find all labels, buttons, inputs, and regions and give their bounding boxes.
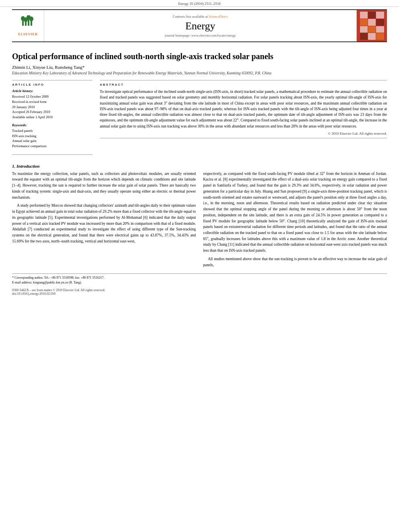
footer-doi: doi:10.1016/j.energy.2010.02.050 (12, 292, 387, 296)
introduction-section: 1. Introduction To maximize the energy c… (12, 164, 387, 271)
received-revised-date: 20 January 2010 (12, 105, 93, 110)
copyright-line: © 2010 Elsevier Ltd. All rights reserved… (100, 131, 387, 136)
keyword-4: Performance comparison (12, 144, 93, 149)
journal-center: Contents lists available at ScienceDirec… (44, 10, 357, 41)
intro-title: 1. Introduction (12, 164, 387, 168)
article-info-column: ARTICLE INFO Article history: Received 1… (12, 80, 93, 158)
contents-line: Contents lists available at ScienceDirec… (173, 14, 228, 18)
elsevier-label: ELSEVIER (18, 33, 37, 36)
footer-area: 0360-5442/$ – see front matter © 2010 El… (12, 288, 387, 296)
intro-right-p2: All studies mentioned above show that th… (203, 256, 387, 268)
accepted-date: Accepted 26 February 2010 (12, 109, 93, 115)
article-info-label: ARTICLE INFO (12, 83, 93, 86)
available-date: Available online 1 April 2010 (12, 115, 93, 120)
article-authors: Zhimin Li, Xinyue Liu, Runsheng Tang* (12, 65, 387, 70)
journal-ref-bar: Energy 35 (2010) 2511–2516 (0, 0, 399, 7)
journal-homepage: journal homepage: www.elsevier.com/locat… (165, 33, 236, 37)
journal-reference: Energy 35 (2010) 2511–2516 (178, 2, 221, 6)
journal-cover-image (357, 10, 387, 41)
svg-point-7 (29, 16, 33, 21)
footer-issn: 0360-5442/$ – see front matter © 2010 El… (12, 288, 387, 292)
received-revised-label: Received in revised form (12, 99, 93, 105)
article-title: Optical performance of inclined south-no… (12, 51, 387, 62)
intro-right-p1: respectively, as compared with the fixed… (203, 171, 387, 254)
intro-body: To maximize the energy collection, solar… (12, 171, 387, 271)
keywords-label: Keywords: (12, 123, 93, 127)
keyword-3: Annual solar gain (12, 138, 93, 144)
abstract-text: To investigate optical performance of th… (100, 89, 387, 129)
article-history-group: Article history: Received 12 October 200… (12, 89, 93, 120)
article-affiliation: Education Ministry Key Laboratory of Adv… (12, 71, 387, 75)
keywords-group: Keywords: Tracked panels ISN-axis tracki… (12, 123, 93, 149)
elsevier-logo: ELSEVIER (12, 10, 44, 41)
history-label: Article history: (12, 89, 93, 93)
keyword-1: Tracked panels (12, 128, 93, 134)
abstract-column: ABSTRACT To investigate optical performa… (100, 80, 387, 158)
intro-left-p1: To maximize the energy collection, solar… (12, 171, 196, 201)
sciencedirect-link[interactable]: ScienceDirect (209, 14, 228, 18)
keyword-2: ISN-axis tracking (12, 134, 93, 139)
page: Energy 35 (2010) 2511–2516 ELSEVIER (0, 0, 399, 532)
intro-right-col: respectively, as compared with the fixed… (203, 171, 387, 271)
footnote-email: E-mail address: kingtang@public.km.yn.cn… (12, 280, 387, 285)
received-date: Received 12 October 2009 (12, 94, 93, 99)
footnote-corresponding: * Corresponding author. Tel.: +86 871 55… (12, 275, 387, 280)
abstract-label: ABSTRACT (100, 83, 387, 86)
article-info-abstract-section: ARTICLE INFO Article history: Received 1… (12, 80, 387, 158)
intro-left-p2: A study performed by Morcos showed that … (12, 203, 196, 244)
journal-name: Energy (185, 20, 216, 32)
footnote-area: * Corresponding author. Tel.: +86 871 55… (12, 273, 387, 285)
elsevier-tree-icon (20, 15, 36, 31)
intro-left-col: To maximize the energy collection, solar… (12, 171, 196, 271)
